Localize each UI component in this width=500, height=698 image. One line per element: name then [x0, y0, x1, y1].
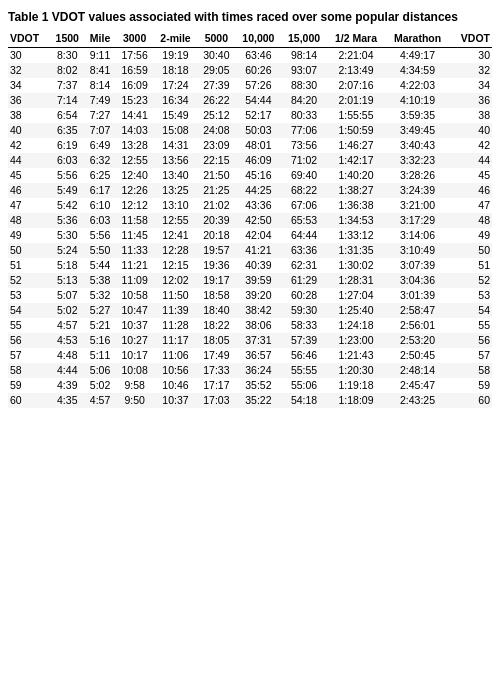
table-cell: 47 [450, 198, 492, 213]
table-cell: 1:18:09 [327, 393, 385, 408]
table-cell: 11:33 [115, 243, 153, 258]
table-cell: 6:35 [50, 123, 85, 138]
table-cell: 53 [8, 288, 50, 303]
table-cell: 17:56 [115, 47, 153, 63]
table-row: 535:075:3210:5811:5018:5839:2060:281:27:… [8, 288, 492, 303]
table-cell: 1:28:31 [327, 273, 385, 288]
table-cell: 2:56:01 [385, 318, 450, 333]
table-cell: 3:07:39 [385, 258, 450, 273]
table-cell: 15:49 [154, 108, 197, 123]
table-cell: 3:59:35 [385, 108, 450, 123]
table-cell: 23:09 [197, 138, 235, 153]
table-cell: 5:18 [50, 258, 85, 273]
table-row: 525:135:3811:0912:0219:1739:5961:291:28:… [8, 273, 492, 288]
table-cell: 13:40 [154, 168, 197, 183]
table-cell: 77:06 [281, 123, 327, 138]
table-cell: 63:36 [281, 243, 327, 258]
table-row: 604:354:579:5010:3717:0335:2254:181:18:0… [8, 393, 492, 408]
table-cell: 48 [450, 213, 492, 228]
table-row: 446:036:3212:5513:5622:1546:0971:021:42:… [8, 153, 492, 168]
table-cell: 38 [8, 108, 50, 123]
table-cell: 5:50 [85, 243, 116, 258]
table-cell: 35:22 [236, 393, 282, 408]
table-cell: 36 [8, 93, 50, 108]
table-cell: 80:33 [281, 108, 327, 123]
table-cell: 10:17 [115, 348, 153, 363]
table-cell: 3:10:49 [385, 243, 450, 258]
table-cell: 6:25 [85, 168, 116, 183]
table-cell: 2:53:20 [385, 333, 450, 348]
table-row: 455:566:2512:4013:4021:5045:1669:401:40:… [8, 168, 492, 183]
table-cell: 39:20 [236, 288, 282, 303]
table-cell: 15:08 [154, 123, 197, 138]
table-cell: 5:02 [50, 303, 85, 318]
table-cell: 45 [8, 168, 50, 183]
table-cell: 2:07:16 [327, 78, 385, 93]
table-cell: 58 [8, 363, 50, 378]
table-cell: 12:02 [154, 273, 197, 288]
table-cell: 5:32 [85, 288, 116, 303]
table-cell: 7:27 [85, 108, 116, 123]
table-cell: 5:42 [50, 198, 85, 213]
table-cell: 49 [8, 228, 50, 243]
table-cell: 8:14 [85, 78, 116, 93]
table-cell: 35:52 [236, 378, 282, 393]
table-cell: 26:22 [197, 93, 235, 108]
table-cell: 6:10 [85, 198, 116, 213]
table-cell: 52 [450, 273, 492, 288]
table-cell: 56 [450, 333, 492, 348]
table-cell: 55 [8, 318, 50, 333]
table-cell: 1:27:04 [327, 288, 385, 303]
table-cell: 14:41 [115, 108, 153, 123]
table-cell: 6:17 [85, 183, 116, 198]
table-cell: 41:21 [236, 243, 282, 258]
table-cell: 17:24 [154, 78, 197, 93]
table-cell: 14:31 [154, 138, 197, 153]
table-cell: 13:56 [154, 153, 197, 168]
table-cell: 88:30 [281, 78, 327, 93]
table-cell: 20:18 [197, 228, 235, 243]
table-row: 465:496:1712:2613:2521:2544:2568:221:38:… [8, 183, 492, 198]
table-cell: 54:44 [236, 93, 282, 108]
table-cell: 10:56 [154, 363, 197, 378]
table-cell: 40 [450, 123, 492, 138]
table-cell: 59 [8, 378, 50, 393]
table-cell: 5:56 [50, 168, 85, 183]
table-cell: 2:01:19 [327, 93, 385, 108]
table-cell: 56:46 [281, 348, 327, 363]
table-cell: 60 [450, 393, 492, 408]
table-cell: 58:33 [281, 318, 327, 333]
table-body: 308:309:1117:5619:1930:4063:4698:142:21:… [8, 47, 492, 408]
table-title: Table 1 VDOT values associated with time… [8, 10, 492, 24]
table-cell: 18:18 [154, 63, 197, 78]
table-cell: 29:05 [197, 63, 235, 78]
vdot-table: VDOT1500Mile30002-mile500010,00015,0001/… [8, 30, 492, 408]
table-cell: 7:14 [50, 93, 85, 108]
table-cell: 57:26 [236, 78, 282, 93]
table-cell: 1:55:55 [327, 108, 385, 123]
table-cell: 16:09 [115, 78, 153, 93]
table-cell: 3:01:39 [385, 288, 450, 303]
table-cell: 8:41 [85, 63, 116, 78]
table-cell: 1:21:43 [327, 348, 385, 363]
table-cell: 62:31 [281, 258, 327, 273]
column-header: 15,000 [281, 30, 327, 47]
table-cell: 4:35 [50, 393, 85, 408]
table-cell: 12:55 [154, 213, 197, 228]
table-cell: 11:39 [154, 303, 197, 318]
table-row: 406:357:0714:0315:0824:0850:0377:061:50:… [8, 123, 492, 138]
table-cell: 1:24:18 [327, 318, 385, 333]
table-cell: 5:36 [50, 213, 85, 228]
table-cell: 32 [8, 63, 50, 78]
table-cell: 60:28 [281, 288, 327, 303]
table-cell: 5:16 [85, 333, 116, 348]
table-cell: 25:12 [197, 108, 235, 123]
table-cell: 19:57 [197, 243, 235, 258]
table-cell: 55:55 [281, 363, 327, 378]
table-cell: 3:40:43 [385, 138, 450, 153]
table-cell: 7:49 [85, 93, 116, 108]
table-cell: 40:39 [236, 258, 282, 273]
table-cell: 1:31:35 [327, 243, 385, 258]
table-cell: 4:57 [50, 318, 85, 333]
table-cell: 16:34 [154, 93, 197, 108]
